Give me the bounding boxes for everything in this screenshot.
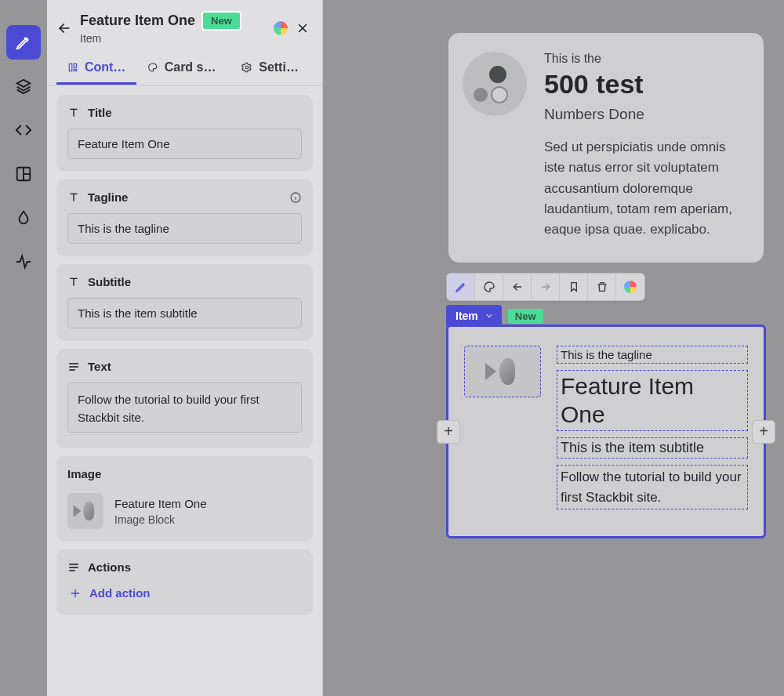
title-input[interactable]: [67, 129, 302, 159]
field-tagline-label: Tagline: [88, 190, 128, 204]
preview-title[interactable]: Feature Item One: [557, 370, 748, 431]
panel-body: Title Tagline Subtitle Text: [47, 85, 322, 696]
toolbar-style-button[interactable]: [475, 274, 503, 300]
field-subtitle-label: Subtitle: [88, 275, 131, 288]
tab-settings-label: Settings: [259, 60, 302, 74]
toolbar-back-button[interactable]: [503, 274, 532, 300]
palette-icon: [147, 61, 158, 74]
image-block-row[interactable]: Feature Item One Image Block: [67, 493, 302, 529]
arrow-left-icon: [56, 20, 72, 36]
preview-body[interactable]: Follow the tutorial to build your first …: [557, 465, 748, 509]
field-tagline: Tagline: [56, 179, 313, 256]
field-actions-label: Actions: [88, 560, 131, 574]
selection-tag-row: Item New: [446, 305, 543, 327]
tab-settings[interactable]: Settings: [230, 51, 313, 85]
tab-card-styles[interactable]: Card styl…: [136, 51, 230, 85]
top-card-tagline: This is the: [544, 52, 742, 66]
rail-layout-button[interactable]: [6, 157, 41, 191]
trash-icon: [596, 281, 608, 293]
field-title: Title: [56, 95, 313, 172]
rail-color-button[interactable]: [6, 201, 41, 235]
field-text: Text: [56, 349, 313, 448]
info-icon[interactable]: [289, 191, 302, 204]
toolbar-forward-button[interactable]: [532, 274, 560, 300]
avatar-placeholder-icon: [463, 52, 527, 116]
field-image: Image Feature Item One Image Block: [56, 456, 313, 542]
palette-icon: [483, 281, 495, 293]
image-name: Feature Item One: [114, 497, 207, 510]
tab-content-label: Content: [85, 60, 125, 74]
add-action-button[interactable]: Add action: [67, 583, 302, 603]
panel-tabs: Content Card styl… Settings: [47, 51, 322, 85]
preview-card-top[interactable]: This is the 500 test Numbers Done Sed ut…: [448, 33, 764, 263]
plus-icon: [69, 587, 82, 600]
icon-rail: [0, 0, 47, 696]
list-icon: [67, 561, 80, 574]
selection-new-badge: New: [508, 309, 543, 324]
edit-panel: Feature Item One New Item Content Card s…: [47, 0, 323, 696]
chevron-down-icon: [485, 311, 494, 321]
selection-tag[interactable]: Item: [446, 305, 502, 327]
top-card-body: Sed ut perspiciatis unde omnis iste natu…: [544, 137, 742, 241]
subtitle-input[interactable]: [67, 298, 302, 328]
toolbar-logo-button[interactable]: [616, 274, 644, 300]
image-thumbnail: [67, 493, 103, 529]
preview-subtitle[interactable]: This is the item subtitle: [557, 437, 748, 459]
selected-preview-card[interactable]: + + This is the tagline Feature Item One…: [446, 324, 766, 538]
brand-logo-icon: [624, 281, 637, 293]
gear-icon: [241, 61, 252, 74]
paragraph-icon: [67, 361, 80, 373]
panel-title: Feature Item One: [80, 13, 195, 29]
canvas[interactable]: This is the 500 test Numbers Done Sed ut…: [323, 0, 784, 696]
pencil-icon: [455, 281, 467, 293]
layout-icon: [15, 165, 32, 183]
top-card-title: 500 test: [544, 69, 742, 100]
tab-content[interactable]: Content: [56, 51, 136, 85]
panel-subtitle: Item: [80, 32, 266, 45]
layers-icon: [15, 78, 32, 95]
droplet-icon: [15, 209, 32, 227]
floating-toolbar: [446, 273, 645, 301]
field-actions: Actions Add action: [56, 549, 313, 615]
back-button[interactable]: [56, 20, 72, 36]
new-badge: New: [201, 11, 241, 31]
rail-activity-button[interactable]: [6, 245, 41, 279]
brand-logo-button[interactable]: [274, 21, 288, 35]
arrow-left-icon: [511, 281, 524, 293]
svg-rect-2: [74, 63, 76, 67]
field-image-label: Image: [67, 467, 302, 480]
add-after-button[interactable]: +: [752, 420, 775, 444]
tagline-input[interactable]: [67, 213, 302, 244]
close-icon: [296, 21, 310, 35]
svg-rect-1: [69, 63, 71, 71]
arrow-right-icon: [539, 281, 552, 293]
image-placeholder-icon: [74, 502, 98, 520]
activity-icon: [15, 253, 32, 270]
top-card-subtitle: Numbers Done: [544, 106, 742, 123]
pencil-icon: [15, 34, 32, 51]
svg-point-4: [246, 66, 249, 68]
image-placeholder-icon: [485, 358, 520, 385]
text-icon: [67, 107, 80, 119]
text-input[interactable]: [67, 382, 302, 433]
panel-header: Feature Item One New Item: [47, 0, 322, 51]
field-text-label: Text: [88, 360, 111, 373]
code-icon: [15, 121, 32, 139]
rail-edit-button[interactable]: [6, 25, 41, 60]
text-icon: [67, 191, 80, 204]
toolbar-edit-button[interactable]: [447, 274, 475, 300]
selected-card-wrap: + + This is the tagline Feature Item One…: [446, 324, 766, 538]
image-type: Image Block: [114, 513, 207, 526]
preview-tagline[interactable]: This is the tagline: [557, 346, 748, 364]
field-subtitle: Subtitle: [56, 264, 313, 341]
rail-layers-button[interactable]: [6, 69, 41, 103]
preview-image-slot[interactable]: [464, 346, 541, 397]
close-button[interactable]: [296, 21, 310, 35]
svg-rect-3: [74, 69, 76, 71]
toolbar-bookmark-button[interactable]: [560, 274, 588, 300]
add-before-button[interactable]: +: [437, 420, 460, 444]
tab-card-styles-label: Card styl…: [165, 60, 220, 74]
rail-code-button[interactable]: [6, 113, 41, 147]
toolbar-delete-button[interactable]: [588, 274, 616, 300]
selection-tag-label: Item: [456, 310, 478, 322]
